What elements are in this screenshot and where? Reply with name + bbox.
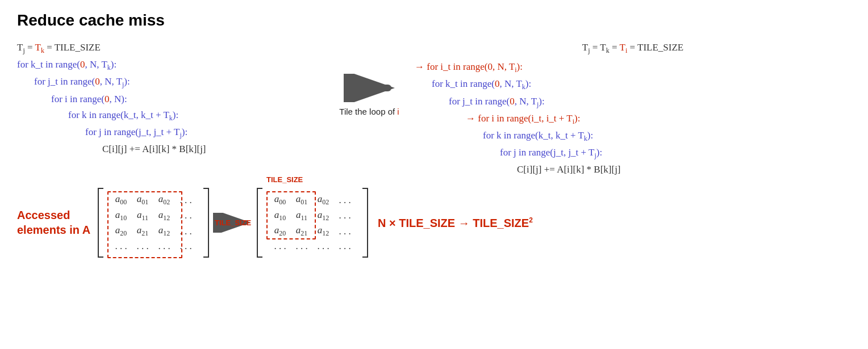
main-content: Tj = Tk = TILE_SIZE for k_t in range(0, …: [17, 40, 851, 178]
tile-size-top-label: TILE_SIZE: [266, 175, 303, 184]
right-matrix: TILE_SIZE TILE_SIZE a00 a01 a02 . . . a1…: [261, 188, 364, 257]
left-bracket-left: [98, 188, 103, 257]
cell-ra21: a21: [293, 225, 310, 238]
cell-a11: a11: [134, 209, 151, 222]
right-code-line-3: for j_t in range(0, N, Tj):: [415, 94, 851, 111]
right-bracket-right: [362, 188, 368, 257]
right-code: Tj = Tk = Ti = TILE_SIZE → for i_t in ra…: [415, 40, 851, 178]
left-code-line-1: Tj = Tk = TILE_SIZE: [17, 40, 324, 57]
cell-a12: a12: [156, 209, 173, 222]
left-code-line-5: for k in range(k_t, k_t + Tk):: [17, 107, 324, 124]
right-bracket-left: [257, 188, 262, 257]
table-row: a10 a11 a12 . . .: [112, 209, 194, 222]
cell-vdots3: . . .: [156, 241, 173, 252]
arrow-section: Tile the loop of i: [324, 40, 415, 116]
right-code-line-4: → for i in range(i_t, i_t + Ti):: [415, 111, 851, 128]
table-row: . . . . . . . . . . . .: [112, 241, 194, 252]
cell-ra20: a20: [272, 225, 289, 238]
right-panel: Tj = Tk = Ti = TILE_SIZE → for i_t in ra…: [415, 40, 851, 178]
cell-a01: a01: [134, 194, 151, 207]
cell-vdots4: . . .: [177, 241, 194, 252]
cell-a20: a20: [112, 225, 130, 238]
left-code-line-2: for k_t in range(0, N, Tk):: [17, 57, 324, 74]
cell-a21: a21: [134, 225, 151, 238]
cell-dots2: . . .: [177, 209, 194, 222]
right-matrix-table: a00 a01 a02 . . . a10 a11 a12 . . . a20 …: [261, 188, 364, 257]
cell-rdots2: . . .: [336, 209, 353, 222]
left-bracket-right: [203, 188, 209, 257]
cell-rvdots2: . . .: [293, 241, 310, 252]
right-code-line-2: for k_t in range(0, N, Tk):: [415, 76, 851, 93]
table-row: a20 a21 a12 . . .: [272, 225, 353, 238]
cell-rdots1: . . .: [336, 194, 353, 207]
cell-ra02: a02: [315, 194, 332, 207]
table-row: a20 a21 a12 . . .: [112, 225, 194, 238]
accessed-label: Accessed elements in A: [17, 208, 91, 237]
cell-a10: a10: [112, 209, 130, 222]
cell-dots3: . . .: [177, 225, 194, 238]
right-code-header: Tj = Tk = Ti = TILE_SIZE: [415, 40, 851, 57]
left-panel: Tj = Tk = TILE_SIZE for k_t in range(0, …: [17, 40, 324, 157]
left-code-line-4: for i in range(0, N):: [17, 91, 324, 107]
left-code-line-6: for j in range(j_t, j_t + Tj):: [17, 124, 324, 141]
cell-a02: a02: [156, 194, 173, 207]
cell-ra10: a10: [272, 209, 289, 222]
big-arrow: [344, 74, 395, 102]
left-code-line-3: for j_t in range(0, N, Tj):: [17, 74, 324, 91]
cell-rvdots4: . . .: [336, 241, 353, 252]
matrix-section: Accessed elements in A a00 a01 a02 . . .…: [17, 188, 851, 257]
right-code-line-1: → for i_t in range(0, N, Ti):: [415, 59, 851, 76]
table-row: . . . . . . . . . . . .: [272, 241, 353, 252]
cell-vdots2: . . .: [134, 241, 151, 252]
cell-a22: a12: [156, 225, 173, 238]
table-row: a00 a01 a02 . . .: [272, 194, 353, 207]
table-row: a10 a11 a12 . . .: [272, 209, 353, 222]
cell-rvdots3: . . .: [315, 241, 332, 252]
left-code-line-7: C[i][j] += A[i][k] * B[k][j]: [17, 141, 324, 157]
page-title: Reduce cache miss: [17, 11, 851, 30]
right-code-line-5: for k in range(k_t, k_t + Tk):: [415, 128, 851, 145]
table-row: a00 a01 a02 . . .: [112, 194, 194, 207]
cell-a00: a00: [112, 194, 130, 207]
cell-rvdots1: . . .: [272, 241, 289, 252]
right-code-line-7: C[i][j] += A[i][k] * B[k][j]: [415, 162, 851, 178]
arrow-label: Tile the loop of i: [339, 107, 399, 116]
page: Reduce cache miss Tj = Tk = TILE_SIZE fo…: [0, 0, 868, 269]
cell-ra01: a01: [293, 194, 310, 207]
cell-rdots3: . . .: [336, 225, 353, 238]
cell-ra22: a12: [315, 225, 332, 238]
complexity-label: N × TILE_SIZE → TILE_SIZE2: [378, 216, 533, 230]
cell-ra11: a11: [293, 209, 310, 222]
cell-dots1: . . .: [177, 194, 194, 207]
left-code: Tj = Tk = TILE_SIZE for k_t in range(0, …: [17, 40, 324, 157]
cell-ra12: a12: [315, 209, 332, 222]
big-arrow-svg: [344, 74, 395, 102]
cell-ra00: a00: [272, 194, 289, 207]
left-matrix: a00 a01 a02 . . . a10 a11 a12 . . . a20 …: [102, 188, 205, 257]
left-matrix-table: a00 a01 a02 . . . a10 a11 a12 . . . a20 …: [102, 188, 205, 257]
tile-size-left-label: TILE_SIZE: [215, 218, 251, 227]
cell-vdots1: . . .: [112, 241, 130, 252]
right-code-line-6: for j in range(j_t, j_t + Tj):: [415, 145, 851, 162]
